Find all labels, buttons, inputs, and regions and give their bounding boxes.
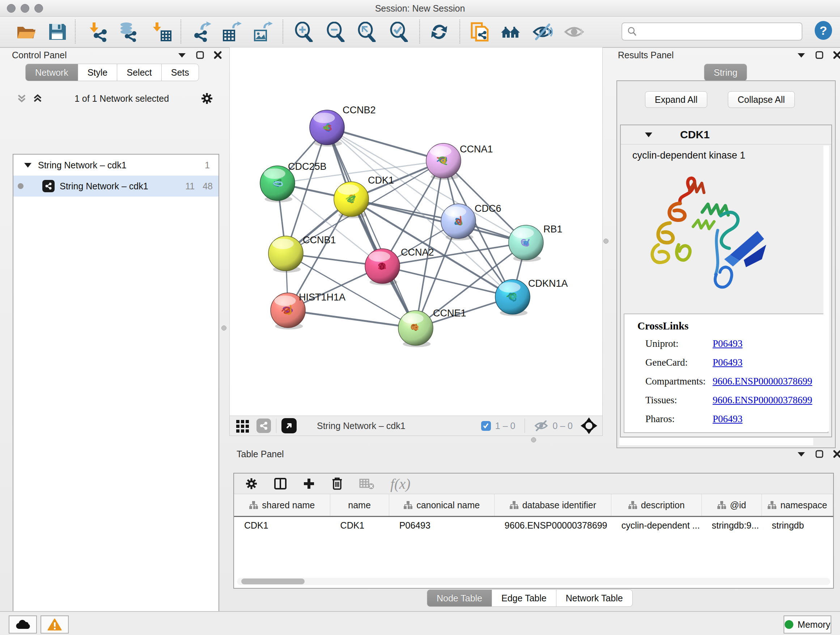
gear-icon[interactable] (201, 92, 213, 105)
results-tab-string[interactable]: String (704, 64, 747, 81)
table-settings-gear-icon[interactable] (245, 477, 258, 490)
zoom-in-icon[interactable] (294, 22, 314, 42)
tab-edge-table[interactable]: Edge Table (492, 589, 556, 607)
tree-expander-icon[interactable] (24, 162, 32, 169)
save-session-icon[interactable] (47, 22, 67, 42)
hierarchy-icon (628, 501, 638, 509)
panel-close-icon[interactable] (213, 51, 222, 59)
crosslink-link[interactable]: P06493 (713, 413, 743, 424)
right-divider-grip[interactable] (603, 239, 608, 244)
panel-close-icon[interactable] (833, 450, 840, 458)
tab-node-table[interactable]: Node Table (427, 589, 492, 607)
column-header-description[interactable]: description (611, 494, 702, 516)
table-horizontal-scrollbar[interactable] (237, 578, 830, 585)
import-database-icon[interactable] (118, 22, 139, 42)
crosslink-link[interactable]: P06493 (713, 338, 743, 349)
gene-description: cyclin-dependent kinase 1 (632, 150, 745, 161)
panel-maximize-icon[interactable] (815, 450, 823, 458)
import-table-icon[interactable] (152, 22, 172, 42)
crosslink-link[interactable]: 9606.ENSP00000378699 (713, 394, 812, 406)
hide-selected-eye-icon[interactable] (532, 22, 553, 42)
refresh-icon[interactable] (429, 22, 449, 42)
expand-all-button[interactable]: Expand All (645, 91, 707, 108)
tab-sets[interactable]: Sets (162, 64, 199, 81)
horizontal-divider-grip[interactable] (531, 437, 536, 442)
show-all-eye-icon[interactable] (564, 22, 584, 42)
column-header-namespace[interactable]: namespace (762, 494, 834, 516)
export-table-icon[interactable] (221, 22, 242, 42)
collapse-all-icon[interactable] (16, 93, 27, 104)
search-input[interactable] (638, 26, 802, 37)
help-button[interactable]: ? (815, 21, 832, 40)
expand-all-icon[interactable] (32, 93, 43, 104)
panel-float-icon[interactable] (797, 450, 806, 458)
column-header-name[interactable]: name (330, 494, 389, 516)
gene-section-header[interactable]: CDK1 (621, 125, 831, 144)
network-canvas[interactable]: CCNB2CCNA1CDC25BCDK1CDC6RB1CCNB1CCNA2CDK… (229, 47, 603, 416)
table-cell: stringdb:9... (701, 520, 761, 531)
network-tree-child-row[interactable]: String Network – cdk1 11 48 (13, 176, 218, 196)
results-horizontal-scrollbar[interactable] (619, 438, 813, 445)
export-image-icon[interactable] (253, 22, 273, 42)
table-scrollbar-thumb[interactable] (241, 578, 305, 584)
left-divider-grip[interactable] (221, 325, 226, 331)
network-node-CDKN1A[interactable]: CDKN1A (495, 278, 568, 316)
crosslinks-list: Uniprot:P06493GeneCard:P06493Compartment… (645, 334, 828, 428)
node-label-CDK1: CDK1 (368, 175, 394, 186)
panel-close-icon[interactable] (833, 51, 840, 59)
import-network-icon[interactable] (88, 22, 109, 42)
network-edge[interactable] (288, 310, 416, 328)
panel-float-icon[interactable] (797, 51, 806, 59)
network-node-CCNE1[interactable]: CCNE1 (398, 308, 466, 347)
show-columns-icon[interactable] (274, 477, 287, 490)
column-header-@id[interactable]: @id (702, 494, 762, 516)
control-panel: Control Panel NetworkStyleSelectSets 1 o… (4, 47, 221, 609)
homes-icon[interactable] (500, 22, 521, 42)
crosshair-icon[interactable] (581, 417, 597, 434)
network-tree-root-row[interactable]: String Network – cdk1 1 (13, 155, 218, 176)
memory-button[interactable]: Memory (783, 616, 831, 633)
zoom-fit-icon[interactable] (357, 22, 377, 42)
export-network-icon[interactable] (191, 22, 211, 42)
hidden-eye-icon[interactable] (534, 420, 548, 432)
birdseye-icon[interactable] (281, 418, 297, 433)
search-field[interactable] (622, 22, 802, 41)
network-node-CCNB2[interactable]: CCNB2 (309, 105, 376, 147)
crosslink-link[interactable]: P06493 (713, 357, 743, 368)
tab-select[interactable]: Select (117, 64, 161, 81)
results-vertical-scrollbar[interactable] (823, 146, 829, 432)
column-header-shared-name[interactable]: shared name (234, 494, 330, 516)
panel-float-icon[interactable] (177, 51, 187, 59)
panel-maximize-icon[interactable] (196, 51, 204, 59)
node-label-HIST1H1A: HIST1H1A (299, 292, 346, 302)
node-label-CCNB1: CCNB1 (303, 234, 336, 245)
selected-checkbox-icon[interactable] (481, 421, 491, 431)
protein-structure-image (635, 169, 780, 302)
zoom-out-icon[interactable] (325, 22, 346, 42)
grid-view-icon[interactable] (235, 418, 250, 433)
crosslink-link[interactable]: 9606.ENSP00000378699 (713, 376, 812, 387)
network-graph[interactable]: CCNB2CCNA1CDC25BCDK1CDC6RB1CCNB1CCNA2CDK… (230, 48, 602, 416)
clone-network-icon[interactable] (470, 22, 490, 42)
add-column-icon[interactable] (303, 478, 315, 490)
panel-maximize-icon[interactable] (815, 51, 823, 59)
warning-button[interactable] (41, 616, 69, 633)
network-view-toolbar: String Network – cdk1 1 – 0 0 – 0 (229, 416, 603, 436)
collapse-all-button[interactable]: Collapse All (728, 91, 795, 108)
network-node-RB1[interactable]: RB1 (508, 224, 562, 262)
network-node-CCNA1[interactable]: CCNA1 (426, 143, 493, 180)
column-header-canonical-name[interactable]: canonical name (389, 494, 494, 516)
open-file-icon[interactable] (16, 22, 36, 42)
delete-column-trash-icon[interactable] (331, 477, 343, 491)
table-row[interactable]: CDK1CDK1P064939606.ENSP00000378699cyclin… (234, 517, 833, 534)
string-view-icon[interactable] (256, 418, 271, 433)
tab-network[interactable]: Network (25, 64, 78, 81)
tab-style[interactable]: Style (78, 64, 118, 81)
section-expander-icon[interactable] (644, 131, 653, 139)
tab-network-table[interactable]: Network Table (556, 589, 633, 607)
cloud-button[interactable] (9, 616, 37, 633)
network-node-HIST1H1A[interactable]: HIST1H1A (271, 292, 346, 329)
edge-count: 48 (202, 181, 213, 192)
zoom-selected-icon[interactable] (389, 22, 409, 42)
column-header-database-identifier[interactable]: database identifier (494, 494, 611, 516)
